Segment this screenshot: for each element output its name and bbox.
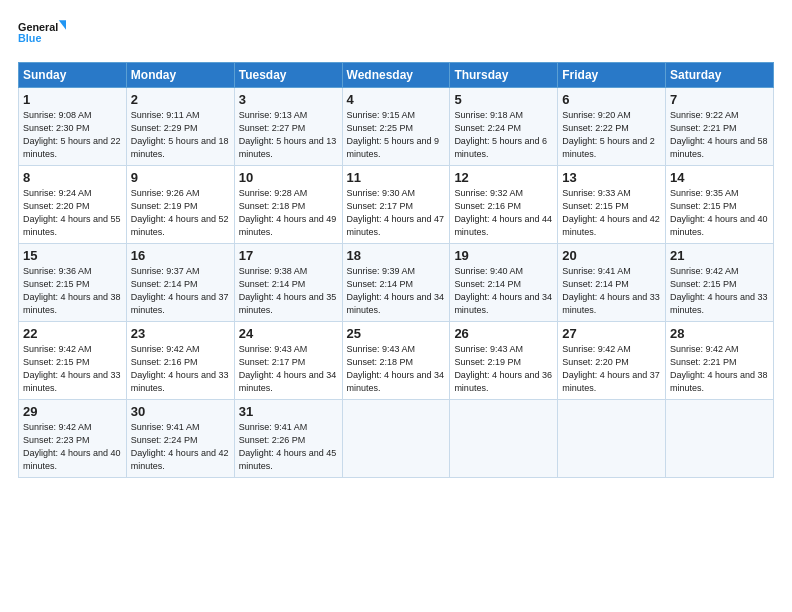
calendar-cell: 4Sunrise: 9:15 AMSunset: 2:25 PMDaylight… (342, 88, 450, 166)
day-info: Sunrise: 9:41 AMSunset: 2:24 PMDaylight:… (131, 421, 230, 473)
day-info: Sunrise: 9:11 AMSunset: 2:29 PMDaylight:… (131, 109, 230, 161)
logo-icon: General Blue (18, 16, 66, 52)
page: General Blue SundayMondayTuesdayWednesda… (0, 0, 792, 612)
logo: General Blue (18, 16, 66, 52)
day-number: 27 (562, 326, 661, 341)
day-info: Sunrise: 9:30 AMSunset: 2:17 PMDaylight:… (347, 187, 446, 239)
calendar-cell: 11Sunrise: 9:30 AMSunset: 2:17 PMDayligh… (342, 166, 450, 244)
day-info: Sunrise: 9:32 AMSunset: 2:16 PMDaylight:… (454, 187, 553, 239)
weekday-header-saturday: Saturday (666, 63, 774, 88)
day-info: Sunrise: 9:43 AMSunset: 2:19 PMDaylight:… (454, 343, 553, 395)
day-info: Sunrise: 9:42 AMSunset: 2:23 PMDaylight:… (23, 421, 122, 473)
calendar-cell: 8Sunrise: 9:24 AMSunset: 2:20 PMDaylight… (19, 166, 127, 244)
calendar-cell: 26Sunrise: 9:43 AMSunset: 2:19 PMDayligh… (450, 322, 558, 400)
day-number: 15 (23, 248, 122, 263)
calendar-cell: 10Sunrise: 9:28 AMSunset: 2:18 PMDayligh… (234, 166, 342, 244)
day-info: Sunrise: 9:41 AMSunset: 2:26 PMDaylight:… (239, 421, 338, 473)
svg-text:Blue: Blue (18, 32, 41, 44)
weekday-header-friday: Friday (558, 63, 666, 88)
day-info: Sunrise: 9:43 AMSunset: 2:17 PMDaylight:… (239, 343, 338, 395)
day-number: 17 (239, 248, 338, 263)
day-number: 9 (131, 170, 230, 185)
calendar-cell: 13Sunrise: 9:33 AMSunset: 2:15 PMDayligh… (558, 166, 666, 244)
day-number: 28 (670, 326, 769, 341)
day-info: Sunrise: 9:24 AMSunset: 2:20 PMDaylight:… (23, 187, 122, 239)
day-info: Sunrise: 9:08 AMSunset: 2:30 PMDaylight:… (23, 109, 122, 161)
day-number: 4 (347, 92, 446, 107)
day-info: Sunrise: 9:37 AMSunset: 2:14 PMDaylight:… (131, 265, 230, 317)
day-number: 25 (347, 326, 446, 341)
calendar-cell: 19Sunrise: 9:40 AMSunset: 2:14 PMDayligh… (450, 244, 558, 322)
calendar-cell: 28Sunrise: 9:42 AMSunset: 2:21 PMDayligh… (666, 322, 774, 400)
day-info: Sunrise: 9:43 AMSunset: 2:18 PMDaylight:… (347, 343, 446, 395)
calendar-cell: 15Sunrise: 9:36 AMSunset: 2:15 PMDayligh… (19, 244, 127, 322)
day-info: Sunrise: 9:33 AMSunset: 2:15 PMDaylight:… (562, 187, 661, 239)
calendar-cell: 3Sunrise: 9:13 AMSunset: 2:27 PMDaylight… (234, 88, 342, 166)
weekday-header-wednesday: Wednesday (342, 63, 450, 88)
day-number: 6 (562, 92, 661, 107)
day-number: 16 (131, 248, 230, 263)
calendar-cell: 1Sunrise: 9:08 AMSunset: 2:30 PMDaylight… (19, 88, 127, 166)
day-info: Sunrise: 9:15 AMSunset: 2:25 PMDaylight:… (347, 109, 446, 161)
day-info: Sunrise: 9:18 AMSunset: 2:24 PMDaylight:… (454, 109, 553, 161)
calendar-cell (558, 400, 666, 478)
day-number: 11 (347, 170, 446, 185)
day-number: 10 (239, 170, 338, 185)
day-info: Sunrise: 9:35 AMSunset: 2:15 PMDaylight:… (670, 187, 769, 239)
day-info: Sunrise: 9:22 AMSunset: 2:21 PMDaylight:… (670, 109, 769, 161)
day-info: Sunrise: 9:41 AMSunset: 2:14 PMDaylight:… (562, 265, 661, 317)
day-number: 22 (23, 326, 122, 341)
calendar-cell: 27Sunrise: 9:42 AMSunset: 2:20 PMDayligh… (558, 322, 666, 400)
day-number: 3 (239, 92, 338, 107)
calendar-cell (450, 400, 558, 478)
calendar-cell: 20Sunrise: 9:41 AMSunset: 2:14 PMDayligh… (558, 244, 666, 322)
calendar-cell: 16Sunrise: 9:37 AMSunset: 2:14 PMDayligh… (126, 244, 234, 322)
day-number: 7 (670, 92, 769, 107)
calendar-cell: 30Sunrise: 9:41 AMSunset: 2:24 PMDayligh… (126, 400, 234, 478)
calendar-cell: 24Sunrise: 9:43 AMSunset: 2:17 PMDayligh… (234, 322, 342, 400)
day-number: 30 (131, 404, 230, 419)
day-number: 21 (670, 248, 769, 263)
day-info: Sunrise: 9:42 AMSunset: 2:15 PMDaylight:… (23, 343, 122, 395)
calendar-cell: 25Sunrise: 9:43 AMSunset: 2:18 PMDayligh… (342, 322, 450, 400)
day-number: 1 (23, 92, 122, 107)
day-info: Sunrise: 9:40 AMSunset: 2:14 PMDaylight:… (454, 265, 553, 317)
day-number: 14 (670, 170, 769, 185)
weekday-header-tuesday: Tuesday (234, 63, 342, 88)
day-info: Sunrise: 9:39 AMSunset: 2:14 PMDaylight:… (347, 265, 446, 317)
day-number: 8 (23, 170, 122, 185)
calendar-cell: 17Sunrise: 9:38 AMSunset: 2:14 PMDayligh… (234, 244, 342, 322)
calendar-cell: 5Sunrise: 9:18 AMSunset: 2:24 PMDaylight… (450, 88, 558, 166)
calendar-cell: 7Sunrise: 9:22 AMSunset: 2:21 PMDaylight… (666, 88, 774, 166)
day-number: 18 (347, 248, 446, 263)
day-info: Sunrise: 9:28 AMSunset: 2:18 PMDaylight:… (239, 187, 338, 239)
day-number: 24 (239, 326, 338, 341)
day-number: 5 (454, 92, 553, 107)
day-number: 12 (454, 170, 553, 185)
calendar-cell: 22Sunrise: 9:42 AMSunset: 2:15 PMDayligh… (19, 322, 127, 400)
calendar-cell: 29Sunrise: 9:42 AMSunset: 2:23 PMDayligh… (19, 400, 127, 478)
day-info: Sunrise: 9:36 AMSunset: 2:15 PMDaylight:… (23, 265, 122, 317)
weekday-header-thursday: Thursday (450, 63, 558, 88)
day-info: Sunrise: 9:26 AMSunset: 2:19 PMDaylight:… (131, 187, 230, 239)
day-info: Sunrise: 9:42 AMSunset: 2:21 PMDaylight:… (670, 343, 769, 395)
day-number: 13 (562, 170, 661, 185)
weekday-header-monday: Monday (126, 63, 234, 88)
calendar-cell: 31Sunrise: 9:41 AMSunset: 2:26 PMDayligh… (234, 400, 342, 478)
day-number: 31 (239, 404, 338, 419)
day-number: 19 (454, 248, 553, 263)
day-info: Sunrise: 9:42 AMSunset: 2:20 PMDaylight:… (562, 343, 661, 395)
day-number: 20 (562, 248, 661, 263)
calendar-cell: 18Sunrise: 9:39 AMSunset: 2:14 PMDayligh… (342, 244, 450, 322)
svg-text:General: General (18, 21, 58, 33)
header: General Blue (18, 16, 774, 52)
day-info: Sunrise: 9:38 AMSunset: 2:14 PMDaylight:… (239, 265, 338, 317)
calendar-cell (342, 400, 450, 478)
weekday-header-sunday: Sunday (19, 63, 127, 88)
svg-marker-2 (59, 20, 66, 30)
calendar-cell: 9Sunrise: 9:26 AMSunset: 2:19 PMDaylight… (126, 166, 234, 244)
day-number: 2 (131, 92, 230, 107)
day-info: Sunrise: 9:42 AMSunset: 2:15 PMDaylight:… (670, 265, 769, 317)
calendar-cell: 12Sunrise: 9:32 AMSunset: 2:16 PMDayligh… (450, 166, 558, 244)
calendar-cell: 23Sunrise: 9:42 AMSunset: 2:16 PMDayligh… (126, 322, 234, 400)
